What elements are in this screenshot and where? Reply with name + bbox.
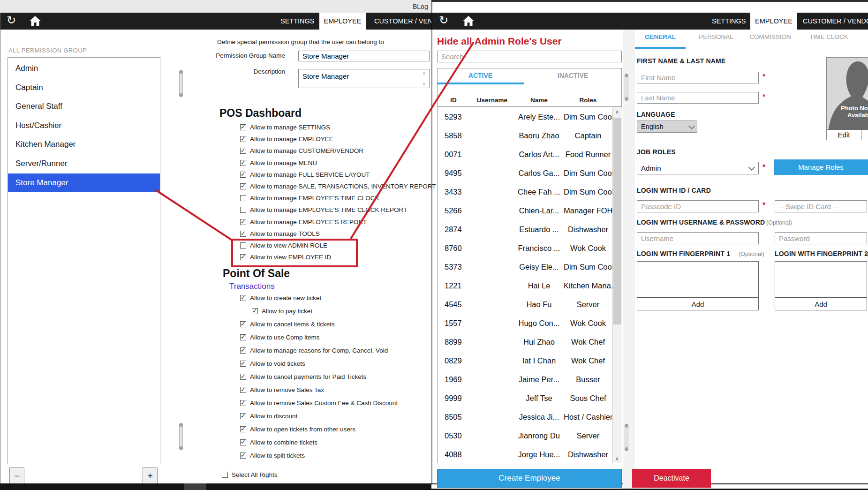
column-header-roles[interactable]: Roles	[564, 97, 612, 104]
checkbox[interactable]	[240, 295, 246, 301]
table-row[interactable]: 4088Jorge Hue...Dishwasher	[437, 445, 612, 464]
create-employee-button[interactable]: Create Employee	[437, 469, 622, 488]
checkbox[interactable]	[240, 347, 246, 354]
checkbox[interactable]	[252, 308, 258, 314]
table-row[interactable]: 5293Arely Este...Dim Sum Cook	[437, 107, 612, 126]
checkbox[interactable]	[240, 136, 246, 142]
table-row[interactable]: 0530Jianrong DuServer	[437, 426, 612, 445]
reload-icon[interactable]: ↻	[7, 15, 16, 26]
spinner-down-icon[interactable]: ∨	[423, 82, 426, 86]
table-row[interactable]: 2874Estuardo ...Dishwasher	[437, 220, 612, 239]
remove-group-button[interactable]: −	[9, 467, 24, 484]
table-scrollbar-thumb[interactable]	[613, 118, 621, 324]
column-header-id[interactable]: ID	[437, 97, 470, 104]
checkbox[interactable]	[240, 160, 246, 166]
last-name-field[interactable]: Last Name	[637, 92, 759, 104]
language-select[interactable]: English	[637, 121, 697, 133]
form-tab-general[interactable]: GENERAL	[635, 33, 686, 40]
job-role-select[interactable]: Admin	[637, 162, 759, 174]
username-field[interactable]: Username	[637, 232, 759, 244]
reload-icon[interactable]: ↻	[439, 15, 448, 26]
form-tab-personal[interactable]: PERSONAL	[686, 33, 747, 40]
add-group-button[interactable]: +	[143, 467, 158, 484]
fingerprint1-add-button[interactable]: Add	[637, 298, 758, 310]
manage-roles-button[interactable]: Manage Roles	[774, 159, 868, 175]
checkbox[interactable]	[240, 400, 246, 406]
column-header-username[interactable]: Username	[470, 97, 514, 104]
photo-edit-button[interactable]: Edit	[827, 130, 861, 140]
checkbox[interactable]	[240, 387, 246, 393]
table-row[interactable]: 3433Chee Fah ...Dim Sum Cook	[437, 182, 612, 201]
left-nav-tab-settings[interactable]: SETTINGS	[280, 17, 315, 25]
checkbox[interactable]	[240, 426, 246, 432]
tab-active[interactable]: ACTIVE	[437, 72, 524, 79]
transactions-link[interactable]: Transactions	[229, 282, 275, 291]
scroll-down-icon[interactable]: ∨	[614, 456, 620, 462]
checkbox[interactable]	[240, 148, 246, 154]
table-row[interactable]: 1221Hai LeKitchen Mana...	[437, 276, 612, 295]
table-row[interactable]: 5858Baoru ZhaoCaptain	[437, 126, 612, 145]
scrollbar-thumb[interactable]	[179, 70, 183, 97]
scrollbar-thumb[interactable]	[625, 74, 628, 100]
right-nav-tab-employee[interactable]: EMPLOYEE	[750, 13, 797, 30]
tab-inactive[interactable]: INACTIVE	[524, 72, 622, 79]
table-row[interactable]: 8505Jessica Ji...Host / Cashier	[437, 407, 612, 426]
table-row[interactable]: 4545Hao FuServer	[437, 295, 612, 314]
table-row[interactable]: 1969Jaime Per...Busser	[437, 370, 612, 389]
sidebar-item-general-staff[interactable]: General Staff	[8, 97, 160, 116]
checkbox[interactable]	[240, 207, 246, 213]
table-row[interactable]: 0071Carlos Art...Food Runner	[437, 145, 612, 164]
home-icon[interactable]	[462, 15, 475, 29]
checkbox[interactable]	[240, 361, 246, 367]
sidebar-item-store-manager[interactable]: Store Manager	[8, 173, 160, 193]
home-icon[interactable]	[29, 15, 41, 29]
scrollbar-thumb[interactable]	[179, 423, 183, 450]
swipe-id-card-field[interactable]: -- Swipe ID Card --	[775, 200, 867, 212]
password-field[interactable]: Password	[775, 232, 867, 244]
sidebar-item-server-runner[interactable]: Server/Runner	[8, 154, 160, 173]
checkbox[interactable]	[240, 321, 246, 327]
checkbox[interactable]	[240, 124, 246, 130]
checkbox[interactable]	[240, 374, 246, 380]
checkbox[interactable]	[240, 195, 246, 201]
table-row[interactable]: 0829Iat I ChanWok Chef	[437, 351, 612, 370]
table-row[interactable]: 1557Hugo Con...Wok Cook	[437, 314, 612, 332]
group-name-input[interactable]: Store Manager	[298, 51, 430, 61]
scroll-up-icon[interactable]: ∧	[614, 109, 620, 115]
checkbox[interactable]	[240, 219, 246, 225]
right-nav-tab-settings[interactable]: SETTINGS	[712, 17, 746, 25]
table-row[interactable]: 9495Carlos Ga...Dim Sum Cook	[437, 164, 612, 182]
first-name-field[interactable]: First Name	[637, 72, 759, 83]
left-nav-tab-employee[interactable]: EMPLOYEE	[319, 13, 366, 30]
scrollbar-thumb[interactable]	[625, 424, 628, 451]
checkbox[interactable]	[240, 172, 246, 178]
table-row[interactable]: 5373Geisy Ele...Dim Sum Cook	[437, 257, 612, 276]
form-tab-time-clock[interactable]: TIME CLOCK	[800, 33, 858, 40]
table-row[interactable]: 9999Jeff TseSous Chef	[437, 389, 612, 407]
spinner-up-icon[interactable]: ∧	[423, 71, 426, 75]
checkbox[interactable]	[240, 334, 246, 340]
search-input[interactable]: Search	[437, 51, 622, 62]
sidebar-item-host-cashier[interactable]: Host/Cashier	[8, 116, 160, 136]
sidebar-item-kitchen-manager[interactable]: Kitchen Manager	[8, 135, 160, 154]
sidebar-item-admin[interactable]: Admin	[8, 59, 160, 78]
deactivate-button[interactable]: Deactivate	[632, 469, 711, 488]
checkbox[interactable]	[240, 413, 246, 419]
table-row[interactable]: 5266Chien-Lar...Manager FOH	[437, 201, 612, 220]
fingerprint2-add-button[interactable]: Add	[775, 298, 867, 310]
column-header-name[interactable]: Name	[514, 97, 564, 104]
checkbox[interactable]	[240, 231, 246, 237]
table-row[interactable]: 8899Hui ZhaoWok Chef	[437, 332, 612, 351]
form-tab-commission[interactable]: COMMISSION	[741, 33, 800, 40]
passcode-id-field[interactable]: Passcode ID	[637, 200, 759, 212]
checkbox[interactable]	[240, 439, 246, 445]
checkbox[interactable]	[240, 452, 246, 459]
checkbox[interactable]	[240, 183, 246, 189]
right-nav-tab-customer-vendor[interactable]: CUSTOMER / VENDOR	[803, 17, 868, 25]
cell-roles: Dim Sum Cook	[564, 263, 612, 271]
left-nav-tab-customer-vendor[interactable]: CUSTOMER / VENDOR	[374, 17, 431, 25]
sidebar-item-captain[interactable]: Captain	[8, 78, 160, 98]
select-all-checkbox[interactable]	[222, 472, 228, 478]
table-row[interactable]: 8760Francisco ...Wok Cook	[437, 239, 612, 257]
description-textarea[interactable]: Store Manager	[298, 69, 430, 88]
